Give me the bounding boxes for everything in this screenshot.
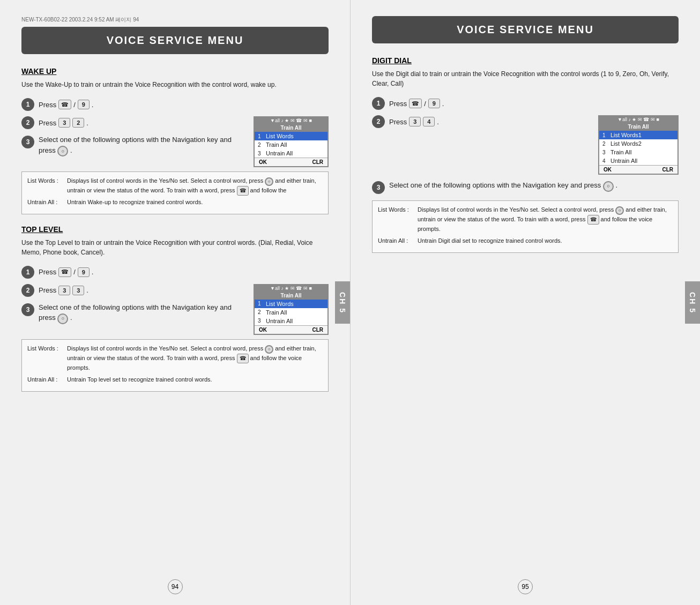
top-level-step1-label: Press [39, 268, 56, 276]
wake-up-step1-label: Press [39, 101, 56, 109]
right-banner-title: VOICE SERVICE MENU [457, 24, 594, 35]
wake-up-screen: ▼all ♪ ★ ✉ ☎ ✉ ■ Train All 1 List Words … [254, 116, 329, 167]
top-level-description: Use the Top Level to train or untrain th… [21, 238, 329, 257]
wake-up-screen-item2: 2 Train All [255, 140, 327, 149]
top-level-step2-circle: 2 [21, 284, 34, 297]
dd-step2-label: Press [389, 118, 407, 126]
tl-screen-item1: 1 List Words [255, 300, 327, 308]
digit-dial-section: DIGIT DIAL Use the Digit dial to train o… [372, 56, 679, 253]
dd-ok-key: ○ [603, 181, 614, 192]
wake-up-screen-header: Train All [255, 124, 327, 132]
tl-info-untrainall: Untrain All : Untrain Top level set to r… [27, 375, 323, 385]
top-level-section: TOP LEVEL Use the Top Level to train or … [21, 225, 329, 392]
dd-screen-ok: OK [604, 167, 612, 173]
dd-key9: 9 [428, 99, 440, 108]
left-page-number: 94 [168, 579, 183, 594]
dd-screen: ▼all ♪ ★ ✉ ☎ ✉ ■ Train All 1 List Words1… [598, 115, 679, 175]
wake-up-screen-footer: OK CLR [255, 158, 327, 166]
key9-icon: 9 [78, 100, 90, 109]
dd-info-untrainall: Untrain All : Untrain Digit dial set to … [378, 236, 673, 246]
tl-ok-inline: ○ [265, 345, 273, 354]
dd-step3-circle: 3 [372, 181, 385, 194]
tl-listwords-label: List Words : [27, 344, 65, 373]
dd-ok-inline: ○ [615, 206, 624, 215]
dd-screen-icons: ▼all ♪ ★ ✉ ☎ ✉ ■ [599, 116, 677, 123]
dd-screen-header: Train All [599, 123, 677, 131]
tl-key3a: 3 [58, 286, 70, 295]
tl-screen-clr: CLR [312, 327, 323, 333]
wake-up-step3-text: Select one of the following options with… [39, 135, 247, 156]
dd-screen-item1: 1 List Words1 [599, 131, 677, 139]
wake-up-step2: 2 Press 3 2 . [21, 116, 247, 129]
ok-key-icon: ○ [57, 146, 68, 156]
top-level-step3: 3 Select one of the following options wi… [21, 302, 247, 324]
top-level-step1: 1 Press ☎ / 9 . [21, 266, 329, 279]
wake-up-step3-circle: 3 [21, 136, 34, 148]
digit-dial-description: Use the Digit dial to train or untrain t… [372, 69, 679, 88]
wake-up-screen-icons: ▼all ♪ ★ ✉ ☎ ✉ ■ [255, 117, 327, 124]
wake-up-untrainall-text: Untrain Wake-up to recognize trained con… [67, 198, 323, 207]
dd-info-listwords: List Words : Displays list of control wo… [378, 205, 673, 234]
top-level-step2-label: Press [39, 286, 56, 294]
phone-key-icon: ☎ [58, 100, 71, 109]
tl-key9: 9 [78, 267, 90, 277]
wake-up-step2-label: Press [39, 119, 56, 127]
dd-step2-circle: 2 [372, 115, 385, 128]
wake-up-section: WAKE UP Use the Wake-Up to train or untr… [21, 67, 329, 214]
dd-screen-item3: 3 Train All [599, 148, 677, 156]
dd-key3: 3 [409, 117, 421, 126]
dd-step1-label: Press [389, 100, 407, 108]
dd-step1-circle: 1 [372, 97, 385, 110]
left-banner-title: VOICE SERVICE MENU [107, 34, 244, 46]
wake-up-steps23: 2 Press 3 2 . 3 Select one of the follow… [21, 116, 329, 167]
wake-up-step2-text: Press 3 2 . [39, 118, 88, 128]
tl-screen-item2: 2 Train All [255, 308, 327, 317]
dd-step3-text: Select one of the following options with… [389, 180, 617, 192]
dd-step2-text: Press 3 4 . [389, 117, 439, 126]
dd-untrainall-label: Untrain All : [378, 236, 415, 246]
wake-up-screen-ok: OK [259, 159, 267, 165]
wake-up-heading: WAKE UP [21, 67, 329, 76]
top-level-step1-circle: 1 [21, 266, 34, 279]
key3a-icon: 3 [58, 118, 70, 128]
dd-screen-footer: OK CLR [599, 165, 677, 174]
top-level-heading: TOP LEVEL [21, 225, 329, 234]
top-level-step3-text: Select one of the following options with… [39, 302, 247, 324]
wake-up-steps23-left: 2 Press 3 2 . 3 Select one of the follow… [21, 116, 247, 162]
slash: / [73, 101, 76, 109]
dd-phone-key: ☎ [409, 99, 422, 108]
tl-untrainall-text: Untrain Top level set to recognize train… [67, 375, 323, 385]
left-side-tab: CH 5 [335, 281, 350, 324]
wake-up-screen-item1: 1 List Words [255, 132, 327, 140]
wake-up-info-listwords: List Words : Displays list of control wo… [27, 176, 323, 196]
tl-screen-ok: OK [259, 327, 267, 333]
top-level-step2-text: Press 3 3 . [39, 286, 88, 295]
tl-key3b: 3 [72, 286, 84, 295]
dd-screen-clr: CLR [662, 167, 673, 173]
tl-listwords-text: Displays list of control words in the Ye… [67, 344, 323, 373]
wake-up-untrainall-label: Untrain All : [27, 198, 65, 207]
tl-screen-icons: ▼all ♪ ★ ✉ ☎ ✉ ■ [255, 285, 327, 292]
dd-listwords-label: List Words : [378, 205, 415, 234]
top-level-screen: ▼all ♪ ★ ✉ ☎ ✉ ■ Train All 1 List Words … [254, 284, 329, 335]
dd-step2: 2 Press 3 4 . [372, 115, 592, 128]
top-level-steps23-left: 2 Press 3 3 . 3 Select one of the follow… [21, 284, 247, 330]
wake-up-step1-circle: 1 [21, 98, 34, 111]
tl-phone-key: ☎ [58, 267, 71, 277]
dd-step1-text: Press ☎ / 9 . [389, 99, 444, 108]
tl-screen-item3: 3 Untrain All [255, 317, 327, 325]
file-header: NEW-TX-60B02-22 2003.2.24 9:52 AM 페이지 94 [21, 16, 329, 24]
tl-info-listwords: List Words : Displays list of control wo… [27, 344, 323, 373]
dd-phone-inline: ☎ [587, 215, 599, 225]
top-level-steps23: 2 Press 3 3 . 3 Select one of the follow… [21, 284, 329, 335]
dd-listwords-text: Displays list of control words in the Ye… [418, 205, 673, 234]
tl-screen-header: Train All [255, 292, 327, 300]
right-side-tab: CH 5 [685, 281, 700, 324]
wake-up-step3: 3 Select one of the following options wi… [21, 135, 247, 156]
dd-screen-item4: 4 Untrain All [599, 156, 677, 165]
wake-up-step1: 1 Press ☎ / 9 . [21, 98, 329, 111]
tl-ok-key: ○ [57, 313, 68, 324]
dd-steps23-left: 2 Press 3 4 . [372, 115, 592, 133]
phone-icon-inline: ☎ [237, 186, 249, 196]
dd-step3: 3 Select one of the following options wi… [372, 180, 679, 194]
